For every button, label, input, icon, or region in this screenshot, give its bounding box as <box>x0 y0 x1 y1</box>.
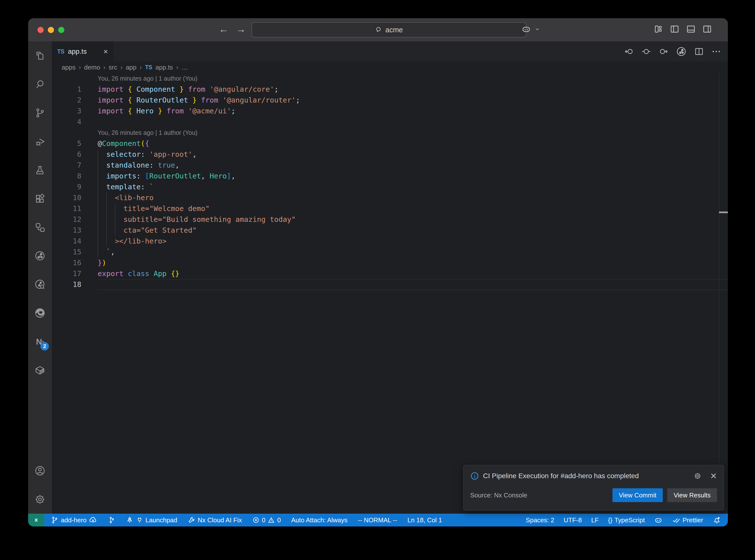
git-compare-status[interactable] <box>107 516 115 524</box>
language-mode-status[interactable]: {} TypeScript <box>608 516 645 524</box>
toggle-primary-sidebar-icon[interactable] <box>670 24 679 34</box>
scrollbar-marker <box>719 212 728 213</box>
code-line-8[interactable]: 8 imports: [RouterOutlet, Hero], <box>52 171 728 181</box>
plug-icon <box>136 516 143 524</box>
minimize-window-button[interactable] <box>48 27 54 33</box>
tab-app-ts[interactable]: TS app.ts × <box>52 41 114 62</box>
editor-toolbar <box>624 41 728 62</box>
notification-close-icon[interactable]: ✕ <box>710 471 717 481</box>
tab-close-icon[interactable]: × <box>103 47 108 56</box>
history-back-button[interactable]: ← <box>217 24 230 35</box>
line-number: 17 <box>52 268 81 279</box>
indent-guide <box>98 181 98 192</box>
problems-status[interactable]: 0 0 <box>252 516 281 524</box>
nx-project-graph-icon[interactable] <box>28 242 52 270</box>
code-line-3[interactable]: 3import { Hero } from '@acme/ui'; <box>52 105 728 116</box>
search-sidebar-icon[interactable] <box>28 70 52 99</box>
code-line-9[interactable]: 9 template: ` <box>52 181 728 192</box>
code-editor[interactable]: You, 26 minutes ago | 1 author (You)1imp… <box>52 73 728 514</box>
close-window-button[interactable] <box>38 27 44 33</box>
line-number: 6 <box>52 149 81 160</box>
notifications-bell-icon[interactable] <box>713 516 721 524</box>
code-line-4[interactable]: 4 <box>52 116 728 127</box>
breadcrumb-item[interactable]: app.ts <box>156 64 173 71</box>
copilot-status[interactable] <box>654 516 662 524</box>
toggle-secondary-sidebar-icon[interactable] <box>702 24 712 34</box>
open-next-change-icon[interactable] <box>658 46 669 57</box>
indent-guide <box>115 214 115 225</box>
notification-settings-gear-icon[interactable] <box>693 472 702 480</box>
breadcrumb-separator: › <box>140 64 142 71</box>
open-previous-change-icon[interactable] <box>624 46 634 57</box>
git-branch-status[interactable]: add-hero <box>51 516 97 524</box>
typescript-file-icon: TS <box>57 48 64 55</box>
code-line-14[interactable]: 14 ></lib-hero> <box>52 236 728 246</box>
view-results-button[interactable]: View Results <box>667 488 717 502</box>
code-line-12[interactable]: 12 subtitle="Build something amazing tod… <box>52 214 728 225</box>
code-line-5[interactable]: 5@Component({ <box>52 138 728 149</box>
code-line-7[interactable]: 7 standalone: true, <box>52 160 728 171</box>
tab-label: app.ts <box>68 47 86 56</box>
launchpad-status[interactable]: Launchpad <box>126 516 177 524</box>
line-number: 9 <box>52 181 81 192</box>
toggle-panel-icon[interactable] <box>686 24 696 34</box>
copilot-icon[interactable] <box>521 24 531 34</box>
code-line-18[interactable]: 18 <box>52 279 728 290</box>
nx-console-icon[interactable]: N› 2 <box>28 327 52 356</box>
search-value: acme <box>385 26 403 34</box>
warning-count: 0 <box>277 516 281 524</box>
edge-browser-icon[interactable] <box>28 299 52 327</box>
settings-gear-icon[interactable] <box>28 485 52 514</box>
history-forward-button[interactable]: → <box>235 24 247 35</box>
chevron-down-icon[interactable] <box>535 26 540 32</box>
remote-indicator[interactable] <box>28 514 44 526</box>
containers-icon[interactable] <box>28 356 52 384</box>
indent-guide <box>106 203 107 214</box>
breadcrumb-item[interactable]: … <box>181 64 188 71</box>
breadcrumb-item[interactable]: demo <box>84 64 100 71</box>
split-editor-icon[interactable] <box>694 46 704 57</box>
code-line-11[interactable]: 11 title="Welcmoe demo" <box>52 203 728 214</box>
explorer-icon[interactable] <box>28 41 52 70</box>
nx-graph-search-icon[interactable] <box>28 270 52 299</box>
code-line-16[interactable]: 16}) <box>52 257 728 268</box>
more-actions-icon[interactable] <box>711 46 721 57</box>
code-line-13[interactable]: 13 cta="Get Started" <box>52 225 728 236</box>
code-line-1[interactable]: 1import { Component } from '@angular/cor… <box>52 84 728 95</box>
editor-scrollbar[interactable] <box>719 73 728 514</box>
indent-guide <box>98 246 98 257</box>
nx-graph-focus-icon[interactable] <box>676 46 687 57</box>
remote-explorer-icon[interactable] <box>28 213 52 242</box>
testing-icon[interactable] <box>28 156 52 184</box>
indentation-status[interactable]: Spaces: 2 <box>526 516 554 524</box>
open-change-icon[interactable] <box>641 46 652 57</box>
command-center-search[interactable]: acme <box>252 22 526 38</box>
branch-name: add-hero <box>61 516 86 524</box>
extensions-icon[interactable] <box>28 184 52 213</box>
code-line-2[interactable]: 2import { RouterOutlet } from '@angular/… <box>52 95 728 105</box>
run-debug-icon[interactable] <box>28 127 52 156</box>
breadcrumb-item[interactable]: apps <box>62 64 76 71</box>
code-line-17[interactable]: 17export class App {} <box>52 268 728 279</box>
search-icon <box>375 26 382 34</box>
indent-guide <box>106 225 107 236</box>
accounts-icon[interactable] <box>28 457 52 485</box>
nx-cloud-ai-fix-status[interactable]: Nx Cloud AI Fix <box>187 516 242 524</box>
eol-status[interactable]: LF <box>591 516 599 524</box>
notification-toast: CI Pipeline Execution for #add-hero has … <box>463 465 724 511</box>
encoding-status[interactable]: UTF-8 <box>564 516 582 524</box>
prettier-status[interactable]: Prettier <box>672 516 703 524</box>
customize-layout-icon[interactable] <box>653 24 663 34</box>
launchpad-label: Launchpad <box>145 516 177 524</box>
view-commit-button[interactable]: View Commit <box>613 488 663 502</box>
cursor-position-status[interactable]: Ln 18, Col 1 <box>408 516 442 524</box>
code-line-15[interactable]: 15 `, <box>52 246 728 257</box>
source-control-icon[interactable] <box>28 99 52 127</box>
auto-attach-status[interactable]: Auto Attach: Always <box>291 516 347 524</box>
code-line-10[interactable]: 10 <lib-hero <box>52 192 728 203</box>
code-line-6[interactable]: 6 selector: 'app-root', <box>52 149 728 160</box>
breadcrumb-item[interactable]: src <box>109 64 117 71</box>
breadcrumb-item[interactable]: app <box>126 64 136 71</box>
zoom-window-button[interactable] <box>58 27 64 33</box>
vim-mode-status[interactable]: -- NORMAL -- <box>358 516 397 524</box>
